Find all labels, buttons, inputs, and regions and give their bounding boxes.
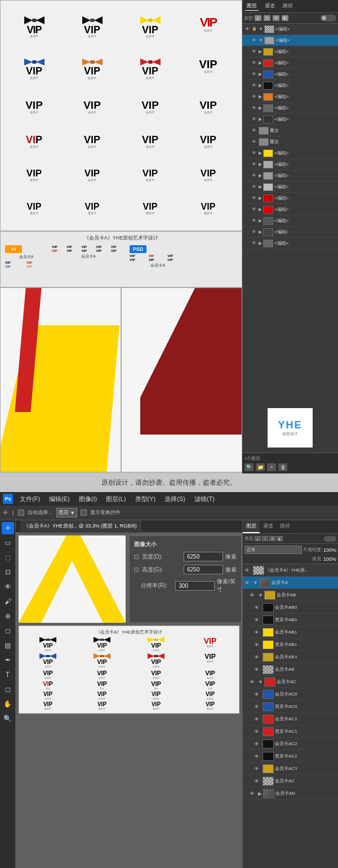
layer-row[interactable]: 👁 ▶ <编组> [242,159,338,170]
menu-layer[interactable]: 图层(L) [104,494,128,504]
crop-tool[interactable]: ⊡ [2,566,14,578]
canvas-tab-main[interactable]: 《会员卡A》YHE原创... @ 33.3% (图层 1, RGB/8) [20,520,141,533]
kind-icon-p[interactable]: p [255,536,261,541]
eye-icon[interactable]: 👁 [250,791,257,796]
ps-layer-ab-end[interactable]: 👁 会员卡AB [243,663,338,676]
ps-layer-main-group[interactable]: 👁 ▼ 会员卡A [243,577,338,589]
layer-row[interactable]: 👁 ▶ <编组> [242,69,338,80]
tab-layers[interactable]: 图层 [245,2,259,11]
shape-tool[interactable]: ◻ [2,683,14,696]
expand-arrow[interactable]: ▶ [259,207,262,212]
ps-layer-ac2-vip[interactable]: 👁 贵宾卡AC2 [243,750,338,763]
eye-icon[interactable]: 👁 [251,240,257,247]
menu-file[interactable]: 文件(F) [17,494,42,504]
expand-arrow[interactable]: ▼ [258,592,263,598]
layer-row[interactable]: 👁 ▶ <编组> [242,57,338,69]
eye-icon[interactable]: 👁 [251,60,257,67]
eye-icon[interactable]: 👁 [254,642,261,648]
layer-row[interactable]: 👁 ▶ <编组> [242,80,338,91]
ps-layer-aby[interactable]: 👁 会员卡ABY [243,651,338,663]
tab-channels[interactable]: 通道 [263,2,277,11]
ps-layer-acy[interactable]: 👁 会员卡ACY [243,763,338,775]
delete-layer-btn[interactable]: 🗑 [278,463,287,471]
layer-row[interactable]: 👁 ▶ <编组> [242,46,338,57]
layer-row[interactable]: 👁 ▶ <编组> [242,181,338,193]
layer-select[interactable]: 图层 ▼ [56,508,77,517]
ps-layer-ab0[interactable]: 👁 会员卡AB0 [243,601,338,614]
expand-arrow[interactable]: ▶ [259,72,262,77]
expand-arrow[interactable]: ▶ [259,150,262,156]
ps-layer-ac-end[interactable]: 👁 会员卡AC [243,775,338,787]
expand-arrow[interactable]: ▶ [259,83,262,88]
eye-icon[interactable]: 👁 [251,37,257,44]
ps-layer-ac1[interactable]: 👁 会员卡AC1 [243,713,338,725]
eye-icon[interactable]: 👁 [251,195,257,202]
tab-paths[interactable]: 路径 [281,2,295,11]
ps-layer-ad-group[interactable]: 👁 ▶ 会员卡AD [243,787,338,800]
expand-arrow[interactable]: ▼ [259,26,263,32]
eye-icon[interactable]: 👁 [251,161,257,168]
layer-row[interactable]: 👁 ▶ <编组> [242,215,338,227]
show-transform-checkbox[interactable] [81,510,87,516]
eye-icon[interactable]: 👁 [254,729,261,734]
filter-icon-2[interactable]: T [264,15,270,21]
layer-row[interactable]: 👁 覆合 [242,125,338,136]
layer-row[interactable]: 👁 覆合 [242,136,338,148]
kind-icon-t[interactable]: T [262,536,268,541]
eye-icon[interactable]: 👁 [251,94,257,100]
layer-row[interactable]: 👁 ▶ <编组> [242,193,338,204]
expand-arrow[interactable]: ▼ [258,679,263,685]
auto-select-checkbox[interactable] [18,510,24,516]
new-group-btn[interactable]: 📁 [256,463,265,471]
ps-tab-layers[interactable]: 图层 [243,520,260,533]
ps-layer-ac-group[interactable]: 👁 ▼ 会员卡AC [243,676,338,688]
eye-icon[interactable]: 👁 [251,116,257,123]
eye-icon[interactable]: 👁 [251,218,257,224]
layer-row[interactable]: 👁 ▶ <编组> [242,204,338,215]
eye-icon[interactable]: 👁 [251,206,257,213]
layer-row[interactable]: 👁 ▶ <编组> [242,103,338,114]
eye-icon[interactable]: 👁 [254,667,261,672]
eye-icon[interactable]: 👁 [254,778,261,784]
eye-icon[interactable]: 👁 [251,184,257,191]
move-tool[interactable]: ✛ [2,522,14,534]
menu-image[interactable]: 图像(I) [77,494,99,504]
expand-arrow[interactable]: ▶ [259,241,262,246]
ps-layer-ab-group[interactable]: 👁 ▼ 会员卡AB [243,589,338,601]
eye-icon[interactable]: 👁 [254,654,261,660]
eye-icon[interactable]: 👁 [254,716,261,722]
eye-icon[interactable]: 👁 [254,630,261,635]
menu-edit[interactable]: 编辑(E) [47,494,72,504]
layer-row[interactable]: 👁 ▶ <编组> [242,238,338,249]
layer-row[interactable]: 👁 ▶ <编组> [242,91,338,103]
expand-arrow[interactable]: ▼ [259,38,263,43]
eye-icon[interactable]: 👁 [251,71,257,78]
eye-icon[interactable]: 👁 [254,741,261,747]
ps-layer-ac0-vip[interactable]: 👁 贵宾卡AC0 [243,701,338,713]
layer-row[interactable]: 👁 🔒 ▼ <编组> [242,24,338,35]
eye-icon[interactable]: 👁 [244,568,252,573]
gradient-tool[interactable]: ▤ [2,639,14,652]
ps-layer-ac1-vip[interactable]: 👁 贵宾卡AC1 [243,725,338,738]
kind-icon-g[interactable]: ⚙ [269,536,275,541]
new-layer-btn[interactable]: + [267,463,276,471]
ps-tab-paths[interactable]: 路径 [277,520,293,533]
eye-icon[interactable]: 👁 [251,127,257,134]
menu-type[interactable]: 类型(Y) [133,494,158,504]
stamp-tool[interactable]: ⊕ [2,610,14,622]
layer-row[interactable]: 👁 ▶ <编组> [242,227,338,238]
layer-row[interactable]: 👁 ▶ <编组> [242,114,338,125]
eye-icon[interactable]: 👁 [251,139,257,145]
eye-icon[interactable]: 👁 [244,580,252,586]
select-tool[interactable]: ▭ [2,537,14,549]
expand-arrow[interactable]: ▶ [259,184,262,189]
filter-icon-1[interactable]: p [255,15,261,21]
ps-layer-ac2[interactable]: 👁 会员卡AC2 [243,738,338,750]
ps-layer-ab1-vip[interactable]: 👁 贵宾卡AB1 [243,639,338,651]
search-layers-btn[interactable]: 🔍 [244,463,254,471]
ps-layer-ab1[interactable]: 👁 会员卡AB1 [243,626,338,639]
expand-arrow[interactable]: ▶ [259,94,262,99]
expand-arrow[interactable]: ▶ [259,49,262,54]
text-tool[interactable]: T [2,668,14,681]
eraser-tool[interactable]: ◻ [2,625,14,637]
